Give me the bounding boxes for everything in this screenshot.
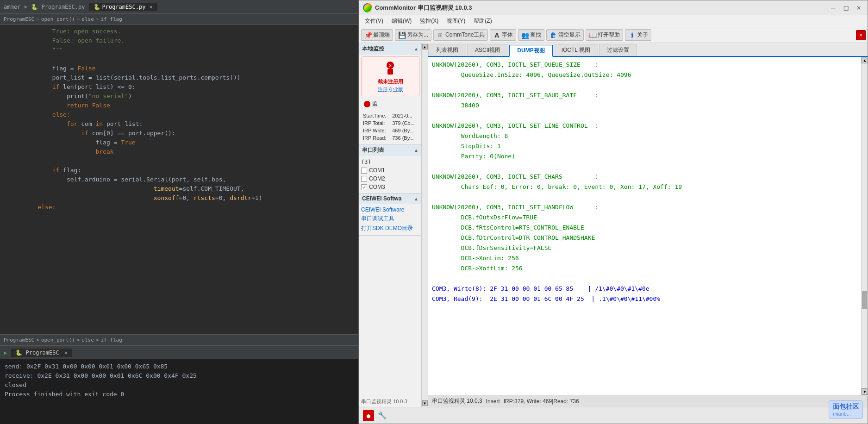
scroll-up-btn[interactable]: ▲ bbox=[422, 44, 428, 50]
com3-checkbox[interactable] bbox=[361, 184, 367, 190]
code-content: if flag: bbox=[23, 166, 81, 175]
monitor-button[interactable]: 监 bbox=[361, 98, 419, 110]
log-scroll-thumb[interactable] bbox=[862, 291, 867, 309]
saveas-label: 另存为... bbox=[407, 31, 428, 39]
menu-file[interactable]: 文件(V) bbox=[361, 16, 387, 26]
log-line-23: COM3, Wirte(8): 2F 31 00 00 01 00 65 85 … bbox=[432, 284, 857, 294]
toolbar-topmost[interactable]: 📌 最顶端 bbox=[361, 29, 393, 41]
log-line-20: DCB->XonLim: 256 bbox=[432, 253, 857, 263]
tab-dumpview[interactable]: DUMP视图 bbox=[509, 45, 552, 57]
scroll-down-btn[interactable]: ▼ bbox=[422, 400, 428, 406]
ide-file-tab-inactive[interactable]: ProgramESC.py bbox=[42, 4, 85, 10]
tab-close-icon[interactable]: × bbox=[149, 4, 152, 10]
code-line: for com in port_list: bbox=[0, 119, 358, 129]
stats-label-2: IRP Write: bbox=[362, 127, 390, 134]
comm-log[interactable]: UNKNOW(20260), COM3, IOCTL_SET_QUEUE_SIZ… bbox=[428, 57, 861, 395]
line-num bbox=[4, 101, 18, 110]
tab-filterconfig[interactable]: 过滤设置 bbox=[599, 44, 637, 56]
stats-value-1: 379 (Co... bbox=[391, 120, 418, 126]
toolbar-about[interactable]: ℹ 关于 bbox=[625, 29, 651, 41]
font-icon: A bbox=[493, 31, 500, 39]
ide-label: ammer > bbox=[4, 4, 27, 10]
saveas-icon: 💾 bbox=[398, 31, 406, 39]
com-list-header[interactable]: 串口列表 ▲ bbox=[359, 144, 421, 156]
code-editor[interactable]: True: open success. False: open failure.… bbox=[0, 25, 358, 334]
tab-asciiview[interactable]: ASCII视图 bbox=[467, 44, 508, 56]
log-line-12: UNKNOW(20260), COM3, IOCTL_SET_CHARS : bbox=[432, 172, 857, 182]
ceiwei-content: CEIWEI Software 串口调试工具 打开SDK DEMO目录 bbox=[359, 204, 421, 235]
log-line-16: DCB.fOutxDsrFlow=TRUE bbox=[432, 212, 857, 223]
ceiwei-arrow: ▲ bbox=[414, 196, 418, 201]
about-icon: ℹ bbox=[628, 31, 636, 39]
log-line-7: UNKNOW(20260), COM3, IOCTL_SET_LINE_CONT… bbox=[432, 121, 857, 131]
status-else: else bbox=[81, 337, 94, 343]
com1-item[interactable]: COM1 bbox=[361, 166, 419, 175]
local-monitor-section: 本地监控 ▲ × 截未注册用 注册专业版 bbox=[359, 43, 421, 144]
toolbar-search[interactable]: 👥 查找 bbox=[518, 29, 544, 41]
code-content: flag = False bbox=[23, 64, 96, 73]
code-content: else: bbox=[23, 110, 70, 119]
code-content: if com[0] == port.upper(): bbox=[23, 129, 175, 138]
breadcrumb-item-3[interactable]: else bbox=[81, 16, 94, 22]
menu-help[interactable]: 帮助(Z) bbox=[470, 16, 495, 26]
breadcrumb-item-2[interactable]: open_port() bbox=[41, 16, 75, 22]
menu-monitor[interactable]: 监控(X) bbox=[416, 16, 442, 26]
ceiwei-link-2[interactable]: 串口调试工具 bbox=[361, 214, 419, 224]
monitor-red-dot bbox=[364, 101, 370, 107]
window-close[interactable]: × bbox=[854, 3, 864, 12]
com2-checkbox[interactable] bbox=[361, 176, 367, 182]
font-label: 字体 bbox=[502, 31, 513, 39]
comm-main: 列表视图 ASCII视图 DUMP视图 IOCTL 视图 过滤设置 UNKNOW… bbox=[428, 43, 868, 407]
ceiwei-link-1[interactable]: CEIWEI Software bbox=[361, 206, 419, 214]
breadcrumb: ProgramESC > open_port() > else > if fla… bbox=[0, 14, 358, 25]
svg-text:×: × bbox=[389, 63, 392, 68]
log-line-19: DCB.fDsrSensitivity=FALSE bbox=[432, 243, 857, 253]
tab-listview[interactable]: 列表视图 bbox=[428, 44, 466, 56]
comm-menubar: 文件(V) 编辑(W) 监控(X) 视图(Y) 帮助(Z) bbox=[359, 15, 868, 27]
log-scroll-down[interactable]: ▼ bbox=[862, 388, 868, 395]
window-maximize[interactable]: □ bbox=[841, 3, 851, 12]
menu-view[interactable]: 视图(Y) bbox=[443, 16, 469, 26]
toolbar-saveas[interactable]: 💾 另存为... bbox=[395, 29, 431, 41]
about-label: 关于 bbox=[637, 31, 648, 39]
com1-checkbox[interactable] bbox=[361, 168, 367, 174]
ide-python-icon: 🐍 bbox=[31, 4, 38, 10]
ceiwei-header[interactable]: CEIWEI Softwa ▲ bbox=[359, 193, 421, 204]
menu-edit[interactable]: 编辑(W) bbox=[388, 16, 415, 26]
tab-ioctlview[interactable]: IOCTL 视图 bbox=[554, 44, 598, 56]
code-content: xonxoff=0, rtscts=0, dsrdtr=1) bbox=[23, 193, 262, 203]
line-num bbox=[4, 156, 18, 166]
tab-filename: ProgramESC.py bbox=[102, 4, 146, 10]
toolbar-commtone[interactable]: ⊞ CommTone工具 bbox=[433, 29, 488, 41]
toolbar-extra[interactable]: × bbox=[856, 30, 866, 40]
com3-item[interactable]: COM3 bbox=[361, 183, 419, 191]
comm-bottom-panel: ● 🔧 bbox=[359, 407, 868, 424]
ide-tab-active[interactable]: 🐍 ProgramESC.py × bbox=[89, 3, 157, 11]
terminal-tab[interactable]: 🐍 ProgramESC × bbox=[11, 349, 72, 357]
log-line-5: 38400 bbox=[432, 100, 857, 111]
log-scroll-up[interactable]: ▲ bbox=[862, 57, 868, 63]
local-monitor-header[interactable]: 本地监控 ▲ bbox=[359, 43, 421, 55]
com2-item[interactable]: COM2 bbox=[361, 175, 419, 183]
terminal-close[interactable]: × bbox=[64, 349, 68, 356]
log-scrollbar[interactable]: ▲ ▼ bbox=[861, 57, 868, 395]
ceiwei-link-3[interactable]: 打开SDK DEMO目录 bbox=[361, 224, 419, 233]
bottom-icon[interactable]: 🔧 bbox=[378, 411, 387, 420]
log-line-14 bbox=[432, 192, 857, 202]
breadcrumb-item-1[interactable]: ProgramESC bbox=[4, 16, 34, 22]
breadcrumb-item-4[interactable]: if flag bbox=[100, 16, 122, 22]
terminal-content[interactable]: send: 0x2F 0x31 0x00 0x00 0x01 0x00 0x65… bbox=[0, 359, 358, 424]
line-num bbox=[4, 147, 18, 156]
ide-panel: ammer > 🐍 ProgramESC.py 🐍 ProgramESC.py … bbox=[0, 0, 359, 424]
toolbar-font[interactable]: A 字体 bbox=[490, 29, 516, 41]
stats-label-0: StartTime: bbox=[362, 112, 390, 119]
toolbar-clear[interactable]: 🗑 清空显示 bbox=[546, 29, 584, 41]
stats-label-3: IRP Read: bbox=[362, 135, 390, 141]
com-list-section: 串口列表 ▲ (3) COM1 COM2 COM3 bbox=[359, 144, 421, 193]
terminal-tab-label: ProgramESC bbox=[25, 349, 59, 356]
window-minimize[interactable]: — bbox=[828, 3, 838, 12]
register-link[interactable]: 注册专业版 bbox=[364, 86, 416, 93]
extra-label: × bbox=[859, 32, 862, 38]
toolbar-openhelp[interactable]: 📖 打开帮助 bbox=[586, 29, 623, 41]
sidebar-scrollbar[interactable]: ▲ ▼ bbox=[422, 43, 428, 407]
